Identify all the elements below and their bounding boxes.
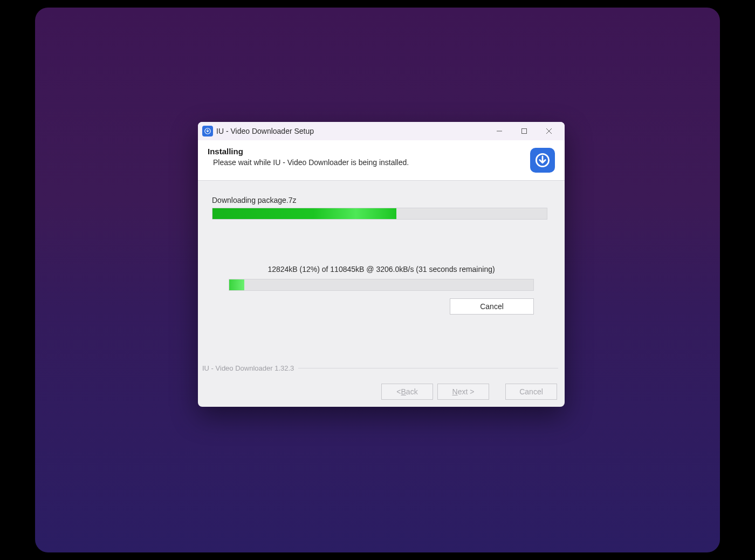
header-subtitle: Please wait while IU - Video Downloader …	[213, 158, 526, 167]
download-progress-bar	[229, 279, 534, 291]
header: Installing Please wait while IU - Video …	[198, 140, 565, 181]
main-progress-fill	[212, 208, 396, 219]
version-divider	[298, 368, 558, 368]
close-button[interactable]	[537, 123, 561, 139]
cancel-button: Cancel	[505, 384, 557, 400]
download-progress-fill	[229, 279, 244, 290]
window-title: IU - Video Downloader Setup	[216, 127, 314, 135]
minimize-button[interactable]	[487, 123, 512, 139]
footer: < Back Next > Cancel	[198, 377, 565, 407]
version-row: IU - Video Downloader 1.32.3	[202, 364, 558, 372]
svg-rect-2	[522, 129, 527, 134]
titlebar[interactable]: IU - Video Downloader Setup	[198, 122, 565, 140]
task-label: Downloading package.7z	[212, 196, 551, 204]
download-status: 12824kB (12%) of 110845kB @ 3206.0kB/s (…	[212, 265, 551, 274]
installer-window: IU - Video Downloader Setup Installing P…	[198, 122, 565, 407]
body: Downloading package.7z 12824kB (12%) of …	[198, 181, 565, 407]
download-icon	[530, 148, 555, 173]
version-text: IU - Video Downloader 1.32.3	[202, 364, 294, 372]
header-heading: Installing	[208, 147, 526, 156]
next-button: Next >	[437, 384, 489, 400]
app-icon	[202, 126, 213, 136]
maximize-button[interactable]	[512, 123, 537, 139]
back-button: < Back	[381, 384, 433, 400]
cancel-download-button[interactable]: Cancel	[450, 298, 534, 315]
desktop-background: IU - Video Downloader Setup Installing P…	[35, 8, 720, 552]
main-progress-bar	[212, 208, 547, 220]
